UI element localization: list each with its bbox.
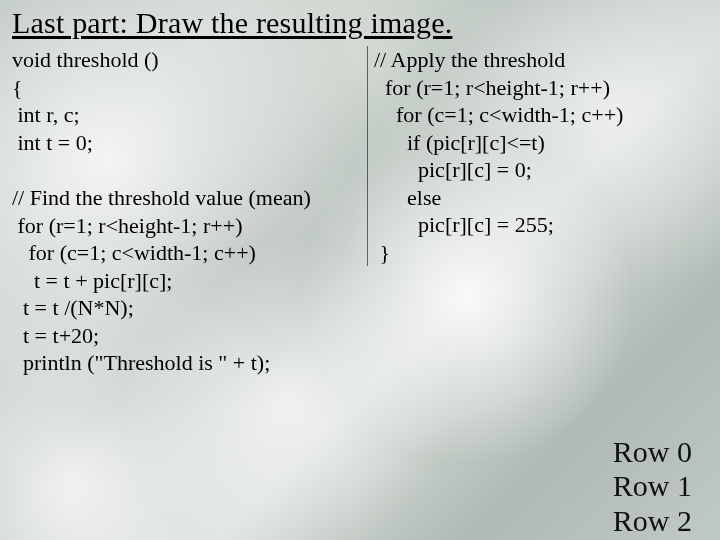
slide: Last part: Draw the resulting image. voi…: [0, 0, 720, 540]
row-label-1: Row 1: [613, 469, 692, 504]
code-block-declaration: void threshold () { int r, c; int t = 0;: [12, 46, 359, 156]
code-block-apply-threshold: // Apply the threshold for (r=1; r<heigh…: [374, 46, 697, 266]
code-block-find-threshold: // Find the threshold value (mean) for (…: [12, 184, 359, 377]
row-label-2: Row 2: [613, 504, 692, 539]
row-label-0: Row 0: [613, 435, 692, 470]
code-columns: void threshold () { int r, c; int t = 0;…: [12, 46, 708, 377]
slide-title: Last part: Draw the resulting image.: [12, 6, 708, 40]
code-column-left: void threshold () { int r, c; int t = 0;…: [12, 46, 367, 377]
code-column-right: // Apply the threshold for (r=1; r<heigh…: [367, 46, 697, 266]
row-labels: Row 0 Row 1 Row 2: [613, 435, 692, 539]
